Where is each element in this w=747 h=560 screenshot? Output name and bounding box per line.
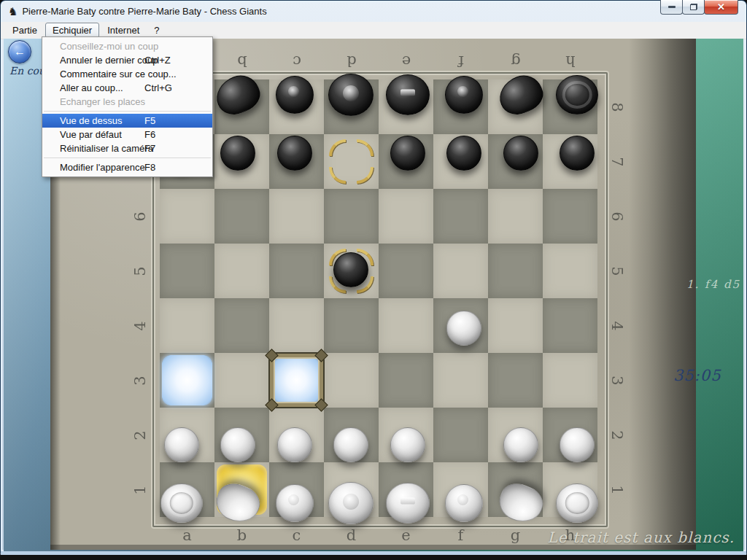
square-h5[interactable]: [543, 244, 597, 298]
rank-label-left-5: 5: [129, 260, 151, 282]
menu-item-aller-au-coup[interactable]: Aller au coup...Ctrl+G: [42, 81, 212, 95]
piece-white-pawn-c2[interactable]: [277, 427, 312, 462]
square-e6[interactable]: [379, 189, 433, 244]
square-c6[interactable]: [269, 189, 324, 244]
square-d6[interactable]: [324, 189, 379, 244]
echiquier-dropdown-menu: Conseillez-moi un coupAnnuler le dernier…: [42, 36, 213, 177]
square-g6[interactable]: [488, 189, 543, 244]
piece-white-queen-d1[interactable]: [328, 482, 374, 524]
menu-item-vue-par-d-faut[interactable]: Vue par défautF6: [42, 128, 212, 141]
square-g4[interactable]: [488, 298, 543, 353]
menu-item-r-initialiser-la-cam-ra[interactable]: Réinitialiser la caméraF7: [42, 141, 212, 155]
square-f5[interactable]: [433, 244, 488, 298]
piece-white-rook-a1[interactable]: [160, 483, 203, 523]
menu-item-conseillez-moi-un-coup[interactable]: Conseillez-moi un coup: [42, 39, 212, 53]
square-h3[interactable]: [543, 353, 597, 408]
restore-button[interactable]: [682, 0, 705, 15]
menubar-item-echiquier[interactable]: Echiquier: [45, 23, 99, 38]
piece-white-pawn-a2[interactable]: [164, 427, 199, 462]
title-bar[interactable]: ♞ Pierre-Marie Baty contre Pierre-Marie …: [1, 1, 746, 22]
menu-item-commentaire-sur-ce-coup[interactable]: Commentaire sur ce coup...: [42, 67, 212, 81]
rank-label-left-6: 6: [129, 206, 151, 228]
piece-black-pawn-e7[interactable]: [390, 136, 425, 171]
file-label-bottom-c: c: [286, 524, 308, 546]
menu-item-annuler-le-dernier-coup[interactable]: Annuler le dernier coupCtrl+Z: [42, 53, 212, 67]
piece-black-bishop-c8[interactable]: [276, 76, 314, 114]
piece-white-pawn-b2[interactable]: [220, 427, 255, 462]
square-d4[interactable]: [324, 298, 379, 353]
square-g5[interactable]: [488, 244, 543, 298]
square-b6[interactable]: [214, 189, 269, 244]
piece-white-pawn-h2[interactable]: [560, 427, 595, 462]
menu-item-modifier-l-apparence[interactable]: Modifier l'apparenceF8: [42, 160, 212, 174]
close-icon: ✕: [717, 2, 725, 12]
menu-separator: [44, 158, 211, 158]
piece-black-rook-h8[interactable]: [556, 75, 598, 114]
piece-black-king-e8[interactable]: [386, 74, 430, 115]
square-f3[interactable]: [433, 353, 488, 408]
square-a4[interactable]: [160, 298, 214, 353]
close-button[interactable]: ✕: [704, 0, 738, 15]
square-d3[interactable]: [324, 353, 379, 408]
menu-item-echanger-les-places[interactable]: Echanger les places: [42, 95, 212, 109]
status-in-progress-label: En cou: [9, 65, 45, 77]
rank-label-right-5: 5: [606, 260, 628, 282]
square-b5[interactable]: [214, 244, 269, 298]
piece-white-rook-h1[interactable]: [556, 483, 598, 523]
file-label-bottom-e: e: [395, 524, 417, 546]
legal-move-square-a3[interactable]: [162, 355, 212, 405]
file-label-top-e: e: [395, 50, 417, 72]
file-label-top-d: d: [341, 50, 363, 72]
square-c4[interactable]: [269, 298, 324, 353]
menu-item-vue-de-dessus[interactable]: Vue de dessusF5: [42, 114, 212, 128]
minimize-icon: [668, 6, 676, 8]
menubar-item-internet[interactable]: Internet: [101, 23, 146, 38]
rank-label-right-7: 7: [606, 151, 628, 173]
square-f2[interactable]: [433, 408, 488, 462]
square-e5[interactable]: [379, 244, 433, 298]
board-squares: [160, 79, 597, 517]
move-list-text: 1. f4 d5: [686, 278, 740, 291]
file-label-bottom-d: d: [341, 524, 363, 546]
piece-black-queen-d8[interactable]: [328, 74, 374, 116]
window-title: Pierre-Marie Baty contre Pierre-Marie Ba…: [22, 6, 266, 17]
menubar-item-partie[interactable]: Partie: [6, 23, 44, 38]
square-h6[interactable]: [543, 189, 597, 244]
file-label-top-c: c: [286, 50, 308, 72]
piece-white-pawn-g2[interactable]: [503, 427, 538, 462]
last-move-marker-d7: [324, 134, 379, 189]
rank-label-right-1: 1: [606, 479, 628, 501]
square-a5[interactable]: [160, 244, 214, 298]
turn-status-text: Le trait est aux blancs.: [547, 529, 735, 546]
piece-white-pawn-f4[interactable]: [446, 311, 481, 346]
square-f6[interactable]: [433, 189, 488, 244]
file-label-bottom-f: f: [450, 524, 472, 546]
menubar-item-?[interactable]: ?: [147, 23, 166, 38]
square-b4[interactable]: [214, 298, 269, 353]
square-e3[interactable]: [379, 353, 433, 408]
rank-label-left-2: 2: [129, 424, 151, 446]
square-e4[interactable]: [379, 298, 433, 353]
square-a6[interactable]: [160, 189, 214, 244]
square-c5[interactable]: [269, 244, 324, 298]
square-h4[interactable]: [543, 298, 597, 353]
piece-black-pawn-g7[interactable]: [503, 136, 538, 171]
piece-white-bishop-f1[interactable]: [445, 484, 483, 522]
square-g3[interactable]: [488, 353, 543, 408]
piece-black-pawn-c7[interactable]: [277, 136, 312, 171]
app-icon: ♞: [8, 6, 18, 17]
piece-black-pawn-h7[interactable]: [560, 136, 595, 171]
rank-label-right-6: 6: [606, 206, 628, 228]
piece-white-bishop-c1[interactable]: [276, 484, 314, 522]
piece-black-pawn-d5[interactable]: [333, 252, 368, 287]
piece-black-pawn-f7[interactable]: [446, 136, 481, 171]
piece-white-pawn-e2[interactable]: [390, 427, 425, 462]
piece-black-pawn-b7[interactable]: [220, 136, 255, 171]
hint-move-square-c3[interactable]: [270, 354, 323, 407]
piece-black-bishop-f8[interactable]: [445, 76, 483, 114]
minimize-button[interactable]: [660, 0, 683, 15]
piece-white-king-e1[interactable]: [386, 483, 430, 524]
piece-white-pawn-d2[interactable]: [333, 427, 368, 462]
square-b3[interactable]: [214, 353, 269, 408]
back-arrow-icon[interactable]: ←: [8, 40, 31, 63]
